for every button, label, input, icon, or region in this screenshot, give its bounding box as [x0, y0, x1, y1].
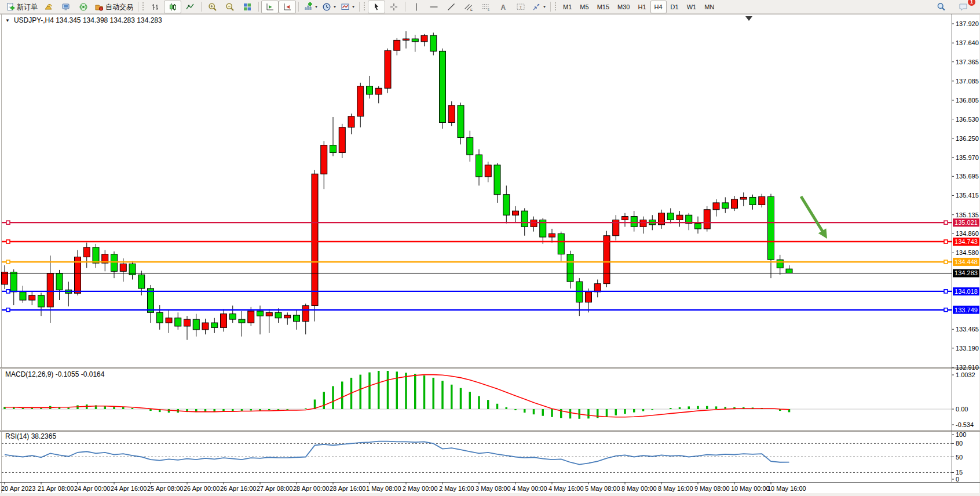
bull-candle [385, 50, 391, 88]
bear-candle [257, 311, 264, 316]
new-order-icon [6, 2, 15, 12]
templates-button[interactable]: ▾ [338, 1, 357, 13]
auto-scroll-button[interactable] [261, 1, 279, 13]
depth-of-market-button[interactable] [40, 1, 57, 13]
price-label-box: 133.749 [953, 306, 979, 314]
crosshair-button[interactable] [385, 1, 403, 13]
timeframe-w1-button[interactable]: W1 [683, 1, 701, 13]
svg-text:5 May 08:00: 5 May 08:00 [585, 485, 620, 492]
bull-candle [485, 165, 491, 177]
timeframe-m15-button[interactable]: M15 [593, 1, 613, 13]
timeframe-m30-button[interactable]: M30 [613, 1, 634, 13]
price-label-box: 134.018 [953, 287, 979, 296]
bear-candle [695, 223, 701, 228]
bear-candle [211, 323, 218, 327]
text-label-icon: T [516, 2, 525, 12]
line-anchor-marker[interactable] [6, 221, 10, 224]
vertical-line-icon [412, 2, 421, 12]
equidistant-channel-button[interactable]: E [460, 1, 477, 13]
bull-candle [357, 86, 364, 116]
bear-candle [229, 314, 236, 319]
svg-text:2 May 00:00: 2 May 00:00 [403, 485, 438, 492]
candlestick-style-button[interactable] [164, 1, 181, 13]
window-bottom-strip [0, 493, 980, 496]
bear-candle [412, 39, 418, 42]
svg-text:50: 50 [956, 454, 963, 461]
zoom-in-button[interactable] [204, 1, 221, 13]
bid-price-label-box: 134.283 [953, 269, 979, 277]
periods-button[interactable]: ▾ [320, 1, 338, 13]
svg-text:135.970: 135.970 [956, 154, 979, 161]
line-anchor-marker[interactable] [6, 308, 10, 312]
svg-text:135.135: 135.135 [956, 211, 979, 218]
bear-candle [138, 275, 145, 289]
svg-text:0: 0 [956, 476, 959, 483]
toolbar-drag-handle[interactable] [142, 2, 144, 12]
bear-candle [521, 211, 528, 227]
line-anchor-marker[interactable] [6, 240, 10, 243]
toolbar-drag-handle[interactable] [363, 2, 365, 12]
bear-candle [10, 272, 17, 291]
line-anchor-marker[interactable] [944, 240, 948, 243]
search-button[interactable] [933, 1, 950, 13]
bull-candle [586, 292, 592, 302]
market-watch-button[interactable] [57, 1, 75, 13]
indicators-button[interactable]: ▾ [301, 1, 320, 13]
svg-text:134.018: 134.018 [955, 288, 978, 295]
bear-candle [111, 254, 118, 272]
search-icon [937, 2, 946, 12]
bar-chart-style-button[interactable] [147, 1, 164, 13]
bear-candle [467, 137, 473, 155]
line-anchor-marker[interactable] [6, 260, 10, 264]
line-chart-style-button[interactable] [181, 1, 199, 13]
fibonacci-button[interactable]: F [477, 1, 495, 13]
timeframe-m1-button[interactable]: M1 [559, 1, 576, 13]
timeframe-h4-button[interactable]: H4 [650, 1, 667, 13]
bull-candle [759, 196, 765, 205]
timeframe-mn-button[interactable]: MN [700, 1, 718, 13]
svg-text:-0.534: -0.534 [956, 421, 974, 428]
line-anchor-marker[interactable] [944, 260, 948, 264]
bear-candle [558, 234, 564, 254]
notifications-button[interactable]: 1 [955, 1, 972, 13]
tile-windows-button[interactable] [239, 1, 256, 13]
cursor-button[interactable] [368, 1, 385, 13]
bear-candle [667, 213, 674, 220]
vertical-line-button[interactable] [408, 1, 425, 13]
fibonacci-icon: F [481, 2, 491, 12]
bull-candle [740, 197, 747, 199]
chevron-down-icon[interactable]: ▾ [315, 4, 317, 9]
chevron-down-icon[interactable]: ▾ [543, 4, 546, 9]
zoom-out-button[interactable] [221, 1, 239, 13]
line-chart-style-icon [185, 2, 195, 12]
auto-trading-button[interactable]: 自动交易 [92, 1, 136, 13]
collapse-icon[interactable]: ▼ [5, 18, 10, 23]
chevron-down-icon[interactable]: ▾ [352, 4, 354, 9]
bull-candle [549, 234, 555, 237]
svg-text:134.283: 134.283 [955, 269, 978, 276]
bull-candle [312, 174, 318, 305]
text-label-button[interactable]: T [512, 1, 529, 13]
text-button[interactable]: A [495, 1, 512, 13]
chart-canvas: 137.920137.640137.365137.085136.805136.5… [0, 0, 980, 496]
signals-button[interactable] [75, 1, 92, 13]
toolbar-drag-handle[interactable] [554, 2, 557, 12]
new-order-button[interactable]: 新订单 [3, 1, 40, 13]
notification-badge: 1 [968, 0, 975, 6]
arrows-button[interactable]: ▾ [529, 1, 548, 13]
chart-title: USDJPY-,H4 134.345 134.398 134.283 134.2… [14, 16, 162, 24]
timeframe-d1-button[interactable]: D1 [667, 1, 683, 13]
line-anchor-marker[interactable] [944, 308, 948, 312]
bull-candle [713, 203, 719, 210]
svg-text:134.743: 134.743 [955, 238, 978, 245]
chart-shift-button[interactable] [279, 1, 296, 13]
timeframe-m5-button[interactable]: M5 [576, 1, 593, 13]
line-anchor-marker[interactable] [6, 290, 10, 293]
line-anchor-marker[interactable] [944, 290, 948, 293]
bull-candle [248, 311, 254, 323]
horizontal-line-button[interactable] [425, 1, 443, 13]
trendline-button[interactable] [443, 1, 460, 13]
timeframe-h1-button[interactable]: H1 [634, 1, 650, 13]
line-anchor-marker[interactable] [944, 221, 948, 224]
chevron-down-icon[interactable]: ▾ [334, 4, 336, 9]
